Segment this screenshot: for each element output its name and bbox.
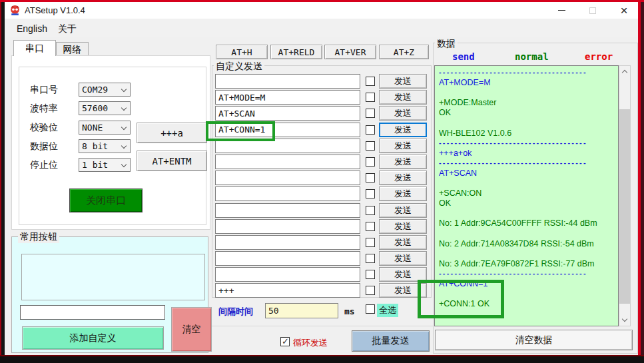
menu-item-about[interactable]: 关于 — [55, 22, 79, 37]
send-button[interactable]: 发送 — [379, 219, 427, 234]
send-button-focused[interactable]: 发送 — [379, 123, 427, 137]
send-button[interactable]: 发送 — [379, 90, 427, 105]
row-checkbox[interactable] — [366, 206, 375, 215]
chevron-down-icon — [121, 143, 127, 149]
send-button[interactable]: 发送 — [379, 235, 427, 250]
custom-command-input[interactable] — [215, 90, 360, 105]
row-checkbox[interactable] — [366, 125, 375, 135]
select-all-label[interactable]: 全选 — [377, 304, 398, 317]
scrollbar-thumb[interactable] — [619, 109, 630, 304]
command-row: 发送 — [215, 203, 428, 218]
log-line: No: 1 Addr:9CA54C00FFFF RSSI:-44 dBm — [439, 218, 618, 228]
chevron-down-icon — [121, 105, 127, 111]
stop-bits-select[interactable]: 1 bit — [79, 158, 131, 172]
baud-rate-label: 波特率 — [30, 103, 58, 115]
row-checkbox[interactable] — [366, 238, 375, 247]
custom-command-input[interactable] — [215, 267, 360, 282]
custom-command-input[interactable] — [215, 186, 360, 201]
send-button[interactable]: 发送 — [379, 283, 427, 298]
loop-send-checkbox[interactable] — [280, 337, 290, 346]
interval-input[interactable] — [265, 303, 338, 318]
row-checkbox[interactable] — [366, 189, 375, 198]
scroll-up-icon[interactable] — [619, 66, 630, 77]
chevron-down-icon — [121, 87, 127, 92]
custom-command-input[interactable] — [215, 155, 360, 169]
command-row: 发送 — [215, 283, 428, 298]
row-checkbox[interactable] — [366, 286, 375, 295]
row-checkbox[interactable] — [366, 141, 375, 151]
custom-command-input[interactable] — [215, 219, 360, 234]
row-checkbox[interactable] — [366, 157, 375, 167]
custom-command-input[interactable] — [215, 251, 360, 266]
send-button[interactable]: 发送 — [379, 106, 427, 121]
data-log[interactable]: -------------------------------------- A… — [434, 65, 619, 326]
tab-serial[interactable]: 串口 — [13, 40, 56, 56]
tab-network[interactable]: 网络 — [56, 42, 89, 56]
send-button[interactable]: 发送 — [379, 171, 427, 185]
interval-label: 间隔时间 — [218, 306, 253, 318]
select-all-checkbox[interactable] — [366, 304, 375, 314]
row-checkbox[interactable] — [366, 254, 375, 263]
close-button[interactable]: × — [613, 2, 635, 19]
loop-send-label[interactable]: 循环发送 — [293, 337, 328, 349]
data-bits-select[interactable]: 8 bit — [79, 139, 131, 153]
send-button[interactable]: 发送 — [379, 139, 427, 153]
common-buttons-listbox[interactable] — [21, 254, 205, 300]
window-title: ATSetup V1.0.4 — [25, 5, 85, 15]
custom-command-input[interactable] — [215, 139, 360, 153]
command-row: 发送 — [215, 267, 428, 282]
row-checkbox[interactable] — [366, 222, 375, 231]
parity-label: 校验位 — [30, 122, 58, 134]
custom-command-input[interactable] — [215, 74, 360, 89]
at-entm-button[interactable]: AT+ENTM — [137, 151, 207, 171]
send-button[interactable]: 发送 — [379, 74, 427, 89]
send-button[interactable]: 发送 — [379, 186, 427, 201]
batch-send-button[interactable]: 批量发送 — [352, 330, 430, 352]
minimize-button[interactable] — [550, 2, 573, 19]
row-checkbox[interactable] — [366, 173, 375, 182]
command-row: 发送 — [215, 106, 428, 121]
clear-data-button[interactable]: 清空数据 — [435, 330, 633, 350]
baud-rate-select[interactable]: 57600 — [79, 101, 131, 115]
maximize-button[interactable] — [581, 2, 604, 19]
log-scrollbar[interactable] — [619, 65, 631, 326]
add-custom-button[interactable]: 添加自定义 — [22, 326, 164, 350]
row-checkbox[interactable] — [366, 77, 375, 86]
send-button[interactable]: 发送 — [379, 155, 427, 169]
new-command-input[interactable] — [20, 305, 165, 320]
row-checkbox[interactable] — [366, 109, 375, 118]
serial-port-select[interactable]: COM29 — [79, 83, 131, 97]
at-z-button[interactable]: AT+Z — [379, 45, 429, 59]
row-checkbox[interactable] — [366, 270, 375, 279]
menu-item-english[interactable]: English — [14, 22, 50, 35]
send-button[interactable]: 发送 — [379, 203, 427, 218]
clear-list-button[interactable]: 清空 — [171, 307, 212, 352]
command-row: 发送 — [215, 171, 428, 185]
at-h-button[interactable]: AT+H — [216, 45, 268, 59]
send-button[interactable]: 发送 — [379, 267, 427, 282]
custom-command-input[interactable] — [215, 171, 360, 185]
send-button[interactable]: 发送 — [379, 251, 427, 266]
scroll-down-icon[interactable] — [619, 314, 630, 326]
parity-select[interactable]: NONE — [79, 121, 131, 135]
custom-command-input[interactable] — [215, 203, 360, 218]
window-border-right — [638, 2, 644, 355]
at-reld-button[interactable]: AT+RELD — [270, 45, 322, 59]
log-line: AT+CONN=1 — [439, 279, 618, 289]
title-bar[interactable]: ATSetup V1.0.4 × — [5, 2, 638, 19]
custom-command-input[interactable] — [215, 106, 360, 121]
exit-at-mode-button[interactable]: +++a — [137, 123, 207, 143]
log-line: OK — [439, 108, 618, 118]
at-ver-button[interactable]: AT+VER — [324, 45, 376, 59]
log-line — [439, 249, 618, 259]
custom-command-input[interactable] — [215, 235, 360, 250]
custom-command-input[interactable] — [215, 123, 360, 137]
row-checkbox[interactable] — [366, 93, 375, 102]
log-line: +SCAN:ON — [439, 188, 618, 198]
chevron-down-icon — [121, 162, 127, 167]
command-row: 发送 — [215, 123, 428, 137]
log-line — [439, 229, 618, 239]
close-serial-port-button[interactable]: 关闭串口 — [69, 188, 143, 212]
interval-unit-label: ms — [344, 306, 355, 316]
custom-command-input[interactable] — [215, 283, 360, 298]
